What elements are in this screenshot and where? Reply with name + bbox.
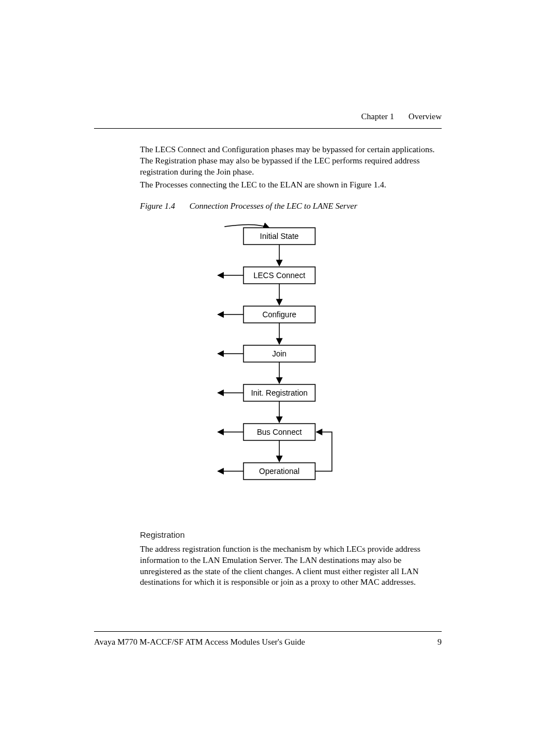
figure-label: Figure 1.4 [140,201,175,210]
figure-caption-text: Connection Processes of the LEC to LANE … [190,201,358,210]
page-footer: Avaya M770 M-ACCF/SF ATM Access Modules … [94,631,442,647]
chapter-title: Overview [409,112,442,121]
paragraph-1: The LECS Connect and Configuration phase… [140,144,442,177]
footer-doc-title: Avaya M770 M-ACCF/SF ATM Access Modules … [94,637,305,647]
flow-label-initial: Initial State [260,232,298,241]
flow-label-operational: Operational [259,467,299,476]
header-rule [94,128,442,129]
flow-label-join: Join [272,349,287,358]
flow-label-initreg: Init. Registration [251,388,307,397]
registration-paragraph: The address registration function is the… [140,544,442,588]
page-header: Chapter 1 Overview [94,112,442,121]
footer-rule [94,631,442,632]
flow-label-lecs: LECS Connect [253,271,305,280]
flowchart-diagram: Initial StateLECS ConnectConfigureJoinIn… [94,222,442,508]
body-text-block: The LECS Connect and Configuration phase… [140,144,442,212]
flow-backedge-right [315,432,332,471]
footer-page-number: 9 [438,637,442,647]
figure-caption: Figure 1.4 Connection Processes of the L… [140,201,442,212]
flowchart-svg: Initial StateLECS ConnectConfigureJoinIn… [179,222,358,508]
section-heading-registration: Registration [140,530,442,539]
flow-label-bus: Bus Connect [256,428,301,436]
flow-label-configure: Configure [262,310,296,319]
paragraph-2: The Processes connecting the LEC to the … [140,180,442,191]
chapter-label: Chapter 1 [361,112,394,121]
section-body: The address registration function is the… [140,544,442,588]
